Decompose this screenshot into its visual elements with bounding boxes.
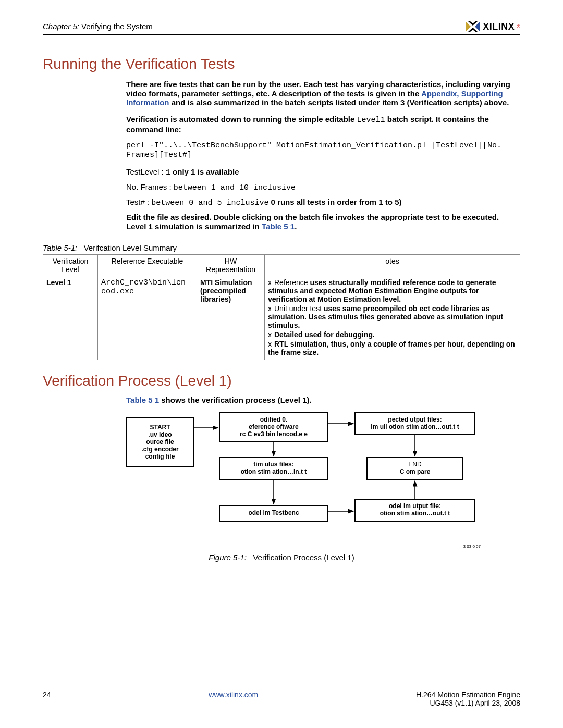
tn-code: between 0 and 5 inclusive bbox=[151, 199, 268, 207]
footer-docinfo: H.264 Motion Estimation Engine UG453 (v1… bbox=[416, 690, 520, 707]
note-4: xRTL simulation, thus, only a couple of … bbox=[268, 340, 517, 356]
verification-table: Verification Level Reference Executable … bbox=[43, 254, 520, 360]
th-hw: HW Representation bbox=[197, 255, 265, 276]
section-heading-process: Verification Process (Level 1) bbox=[43, 373, 520, 389]
cell-level: Level 1 bbox=[43, 276, 98, 360]
note-1: xReference uses structurally modified re… bbox=[268, 278, 517, 303]
table51-link[interactable]: Table 5 1 bbox=[262, 222, 295, 231]
table51-link-2[interactable]: Table 5 1 bbox=[126, 396, 159, 404]
fig-cap-text: Verification Process (Level 1) bbox=[253, 553, 354, 562]
fig-cap-prefix: Figure 5-1: bbox=[209, 553, 247, 562]
intro-rest: shows the verification process (Level 1)… bbox=[159, 396, 312, 404]
para-intro: There are five tests that can be run by … bbox=[126, 80, 520, 107]
figure-arrows bbox=[126, 412, 481, 537]
n4: RTL simulation, thus, only a couple of f… bbox=[268, 340, 515, 356]
para-edit-file: Edit the file as desired. Double clickin… bbox=[126, 213, 520, 231]
fr-code: between 1 and 10 inclusive bbox=[174, 183, 296, 192]
cell-exe: ArchC_rev3\bin\len cod.exe bbox=[98, 276, 197, 360]
n1a: Reference bbox=[274, 278, 310, 287]
section-heading-running: Running the Verification Tests bbox=[43, 56, 520, 72]
cell-notes: xReference uses structurally modified re… bbox=[265, 276, 520, 360]
logo-text: XILINX bbox=[483, 21, 515, 32]
para1-b: and is also summarized in the batch scri… bbox=[169, 98, 509, 107]
param-frames: No. Frames : between 1 and 10 inclusive bbox=[126, 182, 520, 192]
page-footer: 24 www.xilinx.com H.264 Motion Estimatio… bbox=[43, 688, 520, 707]
tl-a: TestLevel : bbox=[126, 167, 166, 176]
n2a: Unit under test bbox=[274, 304, 324, 313]
table-row: Level 1 ArchC_rev3\bin\len cod.exe MTI S… bbox=[43, 276, 520, 360]
n3: Detailed used for debugging. bbox=[274, 330, 375, 339]
cell-level-text: Level 1 bbox=[46, 278, 71, 287]
tn-a: Test# : bbox=[126, 198, 151, 206]
cell-hw-text: MTI Simulation (precompiled libraries) bbox=[200, 278, 252, 303]
th-exe: Reference Executable bbox=[98, 255, 197, 276]
figure-caption: Figure 5-1: Verification Process (Level … bbox=[43, 553, 520, 562]
chapter-prefix: Chapter 5: bbox=[43, 22, 79, 31]
footer-id: UG453 (v1.1) April 23, 2008 bbox=[416, 699, 520, 707]
xilinx-logo-icon bbox=[465, 21, 481, 32]
command-line: perl -I"..\..\TestBenchSupport" MotionEs… bbox=[126, 141, 520, 159]
table-caption-text: Verifcation Level Summary bbox=[84, 243, 177, 252]
table-caption: Table 5-1: Verifcation Level Summary bbox=[43, 243, 520, 252]
registered-icon: ® bbox=[517, 24, 520, 29]
para3-b: . bbox=[295, 222, 297, 231]
para2-a: Verification is automated down to runnin… bbox=[126, 115, 357, 124]
para2-code: Level1 bbox=[357, 116, 385, 125]
page-number: 24 bbox=[43, 690, 51, 707]
para3-a: Edit the file as desired. Double clickin… bbox=[126, 213, 499, 231]
figure-tag: 3 03 0 07 bbox=[463, 544, 481, 549]
cell-hw: MTI Simulation (precompiled libraries) bbox=[197, 276, 265, 360]
table-caption-prefix: Table 5-1: bbox=[43, 243, 77, 252]
note-2: xUnit under test uses same precompiled o… bbox=[268, 304, 517, 329]
figure-5-1: START .uv ideo ource file .cfg encoder c… bbox=[126, 412, 481, 548]
page-header: Chapter 5:Verifying the System XILINX® bbox=[43, 21, 520, 32]
param-testlevel: TestLevel : 1 only 1 is available bbox=[126, 167, 520, 177]
footer-rule bbox=[43, 688, 520, 688]
table-header-row: Verification Level Reference Executable … bbox=[43, 255, 520, 276]
th-level: Verification Level bbox=[43, 255, 98, 276]
footer-url-link[interactable]: www.xilinx.com bbox=[209, 690, 258, 699]
fr-a: No. Frames : bbox=[126, 182, 174, 191]
header-rule bbox=[43, 34, 520, 35]
xilinx-logo: XILINX® bbox=[465, 21, 520, 32]
note-3: xDetailed used for debugging. bbox=[268, 330, 517, 339]
param-testnum: Test# : between 0 and 5 inclusive 0 runs… bbox=[126, 198, 520, 207]
th-notes: otes bbox=[265, 255, 520, 276]
para-verif-auto: Verification is automated down to runnin… bbox=[126, 115, 520, 134]
chapter-title: Verifying the System bbox=[81, 22, 153, 31]
footer-title: H.264 Motion Estimation Engine bbox=[416, 690, 520, 699]
tn-b: 0 runs all tests in order from 1 to 5) bbox=[268, 198, 401, 206]
tl-code: 1 bbox=[166, 168, 170, 177]
para-process-intro: Table 5 1 shows the verification process… bbox=[126, 396, 520, 405]
chapter-label: Chapter 5:Verifying the System bbox=[43, 22, 153, 31]
tl-b: only 1 is available bbox=[170, 167, 239, 176]
